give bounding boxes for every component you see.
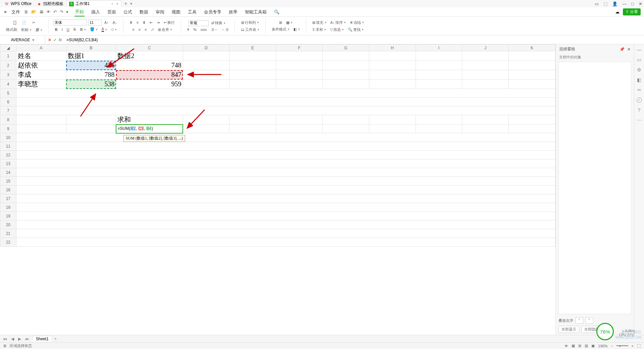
- col-header[interactable]: K: [509, 45, 555, 51]
- qat-more-icon[interactable]: ▾: [66, 9, 68, 14]
- underline-button[interactable]: U: [65, 27, 71, 32]
- align-top[interactable]: ⬆: [128, 20, 134, 26]
- select-tool-icon[interactable]: ▭: [637, 57, 641, 62]
- layers-icon[interactable]: ◧: [637, 77, 641, 83]
- italic-button[interactable]: I: [60, 27, 64, 32]
- border-button[interactable]: ⊞: [78, 27, 87, 32]
- row-header[interactable]: 10: [0, 133, 16, 142]
- print-icon[interactable]: 🖶: [39, 9, 44, 14]
- col-header[interactable]: H: [369, 45, 416, 51]
- preview-icon[interactable]: 👁: [46, 9, 51, 14]
- tab-menu-button[interactable]: ▾: [130, 1, 132, 6]
- cell-C3[interactable]: 847: [116, 70, 183, 80]
- row-header[interactable]: 4: [0, 80, 16, 89]
- cut-button[interactable]: ✂: [30, 19, 38, 26]
- prev-sheet-icon[interactable]: ◀: [10, 337, 15, 341]
- clipboard-more[interactable]: 🗐: [34, 27, 44, 33]
- tab-tool[interactable]: 工具: [187, 8, 197, 16]
- view-normal-icon[interactable]: ⊞: [578, 344, 581, 348]
- format-brush[interactable]: 格式刷: [5, 27, 18, 33]
- name-box[interactable]: AVERAGE▾: [0, 36, 45, 44]
- cube-icon[interactable]: ⬚: [603, 1, 607, 6]
- row-header[interactable]: 6: [0, 98, 16, 106]
- formula-input[interactable]: [64, 38, 644, 42]
- indent-dec[interactable]: ⇤: [148, 20, 154, 26]
- cond-format[interactable]: 条件格式: [270, 26, 291, 33]
- first-sheet-icon[interactable]: ⏮: [2, 337, 8, 341]
- row-header[interactable]: 5: [0, 89, 16, 98]
- user-icon[interactable]: 👤: [612, 1, 618, 6]
- paste-dropdown[interactable]: 粘贴: [20, 27, 33, 33]
- cell-C4[interactable]: 959: [116, 80, 183, 89]
- percent-icon[interactable]: %: [192, 27, 198, 32]
- col-header[interactable]: E: [229, 45, 276, 51]
- history-icon[interactable]: 🕘: [636, 97, 642, 103]
- row-header[interactable]: 8: [0, 115, 16, 124]
- tab-smart[interactable]: 智能工具箱: [244, 8, 267, 16]
- cancel-formula-icon[interactable]: ✕: [48, 38, 51, 42]
- cell-B2[interactable]: 426: [66, 61, 116, 70]
- eye-icon[interactable]: 👁: [565, 344, 568, 348]
- col-header[interactable]: J: [462, 45, 509, 51]
- undo-icon[interactable]: ↶: [53, 9, 57, 14]
- cell-A2[interactable]: 赵依依: [16, 61, 66, 70]
- convert-button[interactable]: ⇄ 转换: [210, 20, 227, 26]
- tab-effect[interactable]: 效率: [228, 8, 238, 16]
- tab-wps[interactable]: W WPS Office: [2, 0, 34, 7]
- tab-review[interactable]: 审阅: [155, 8, 165, 16]
- row-header[interactable]: 1: [0, 51, 16, 61]
- fx-icon[interactable]: fx: [59, 38, 62, 42]
- share-button[interactable]: ⇪ 分享: [623, 8, 641, 15]
- worksheet-button[interactable]: 🗂 工作表: [239, 27, 261, 33]
- sort-button[interactable]: A↓ 排序: [329, 19, 347, 26]
- font-combo[interactable]: [53, 19, 87, 26]
- cell-C1[interactable]: 数据2: [116, 51, 183, 61]
- tab-template[interactable]: ◆ 找稻壳模板: [34, 0, 66, 7]
- align-r[interactable]: ≡: [143, 27, 148, 32]
- orient-button[interactable]: ⤢: [150, 27, 155, 33]
- cell-B3[interactable]: 788: [66, 70, 116, 80]
- cell-A3[interactable]: 李成: [16, 70, 66, 80]
- row-header[interactable]: 9: [0, 124, 16, 133]
- select-all-corner[interactable]: ◢: [0, 45, 16, 51]
- font-color-button[interactable]: A: [100, 26, 108, 33]
- spreadsheet-grid[interactable]: ◢ A B C D E F G H I J K 1 姓名 数据1 数据2 2 赵…: [0, 44, 555, 335]
- file-menu[interactable]: 文件: [11, 8, 21, 16]
- bold-button[interactable]: B: [54, 27, 59, 32]
- dec-dec-icon[interactable]: ←.0: [220, 27, 230, 32]
- col-header[interactable]: A: [16, 45, 66, 51]
- tab-insert[interactable]: 插入: [91, 8, 101, 16]
- confirm-formula-icon[interactable]: ✓: [53, 38, 57, 42]
- redo-icon[interactable]: ↷: [60, 9, 63, 14]
- collapse-icon[interactable]: —: [637, 47, 642, 52]
- tab-start[interactable]: 开始: [74, 8, 85, 16]
- style-more[interactable]: ◧: [292, 27, 301, 32]
- col-header[interactable]: C: [116, 45, 183, 51]
- view-page-icon[interactable]: ▥: [585, 344, 588, 348]
- col-header[interactable]: I: [416, 45, 462, 51]
- wrap-button[interactable]: ↩ 换行: [162, 19, 176, 26]
- fill-color-button[interactable]: 🪣: [89, 27, 99, 32]
- tab-member[interactable]: 会员专享: [203, 8, 222, 16]
- align-l[interactable]: ≡: [131, 27, 136, 32]
- strike-button[interactable]: S̶: [72, 27, 77, 32]
- new-tab-button[interactable]: +: [124, 1, 127, 7]
- col-header[interactable]: G: [323, 45, 369, 51]
- col-header[interactable]: D: [183, 45, 229, 51]
- maximize-icon[interactable]: □: [631, 1, 634, 6]
- cell-A4[interactable]: 李晓慧: [16, 80, 66, 89]
- align-c[interactable]: ≡: [137, 27, 142, 32]
- view-reader-icon[interactable]: ▣: [591, 344, 595, 348]
- fullscreen-icon[interactable]: ⛶: [637, 344, 641, 348]
- cell-C9-editing[interactable]: =SUM(B2, C3, B4): [116, 124, 183, 133]
- zoom-in-button[interactable]: +: [632, 344, 634, 348]
- move-down-button[interactable]: ˅: [585, 317, 593, 324]
- dec-inc-icon[interactable]: .0→: [209, 27, 219, 32]
- last-sheet-icon[interactable]: ⏭: [24, 337, 30, 341]
- cell[interactable]: [183, 51, 229, 61]
- close-icon[interactable]: ×: [116, 1, 119, 6]
- next-sheet-icon[interactable]: ▶: [17, 337, 22, 341]
- clip-icon[interactable]: ✂: [637, 87, 641, 93]
- row-header[interactable]: 7: [0, 106, 16, 115]
- sum-button[interactable]: Σ 求和: [311, 27, 327, 33]
